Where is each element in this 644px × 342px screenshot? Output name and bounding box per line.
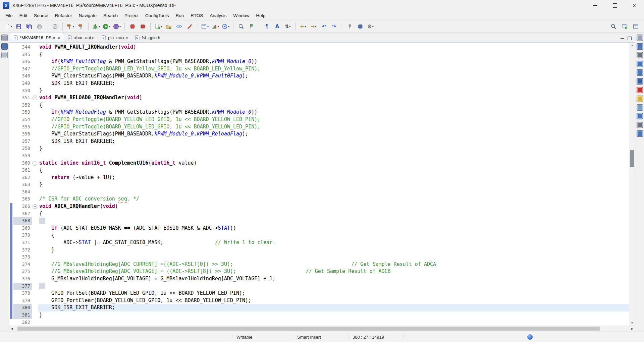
- code-line[interactable]: }: [38, 181, 629, 188]
- tab-mkv46f16psc[interactable]: c*MKV46F16_PS.c×: [10, 33, 64, 42]
- code-line[interactable]: [38, 319, 629, 326]
- menu-edit[interactable]: Edit: [16, 11, 31, 20]
- ide-utilities-button[interactable]: [184, 22, 195, 31]
- line-number[interactable]: 375: [13, 268, 32, 275]
- horizontal-scrollbar[interactable]: ◀ ▶: [9, 326, 635, 332]
- menu-window[interactable]: Window: [230, 11, 253, 20]
- line-number[interactable]: 381: [13, 311, 32, 319]
- code-line[interactable]: {: [38, 210, 629, 218]
- line-number[interactable]: 366: [13, 203, 32, 210]
- dropdown-arrow-icon[interactable]: ▾: [289, 25, 290, 28]
- dropdown-arrow-icon[interactable]: ▾: [372, 25, 374, 28]
- faults-view-min-icon[interactable]: [637, 87, 643, 93]
- sort-members-button[interactable]: ⇅▾: [282, 22, 293, 31]
- skip-all-breakpoints-button[interactable]: [50, 22, 60, 31]
- line-number[interactable]: 368: [13, 217, 32, 225]
- tab-fslgpioh[interactable]: hfsl_gpio.h: [131, 33, 164, 42]
- peripherals-view-min-icon[interactable]: [637, 96, 643, 102]
- maximize-editor-button[interactable]: [628, 37, 632, 40]
- code-line[interactable]: {: [38, 102, 629, 109]
- code-line[interactable]: //G_MBslave1HoldingReg[ADC_CURRENT] =((A…: [38, 261, 629, 268]
- pin-editor-button[interactable]: [344, 22, 355, 31]
- maximize-window-button[interactable]: [605, 0, 625, 11]
- terminate-button[interactable]: [127, 22, 138, 31]
- code-line[interactable]: return (~value + 1U);: [38, 174, 629, 181]
- line-number[interactable]: 371: [13, 239, 32, 246]
- code-line[interactable]: }: [38, 311, 629, 319]
- code-line[interactable]: GPIO_PortSet(BOARD_YELLOW_LED_GPIO, 1u <…: [38, 290, 629, 297]
- code-line[interactable]: if(kPWM_Fault0Flag & PWM_GetStatusFlags(…: [38, 58, 629, 65]
- format-source-button[interactable]: A: [272, 22, 282, 31]
- save-all-button[interactable]: [24, 22, 34, 31]
- dropdown-arrow-icon[interactable]: ▾: [73, 25, 74, 28]
- show-whitespace-button[interactable]: ¶: [262, 22, 272, 31]
- line-number[interactable]: 352: [13, 102, 32, 109]
- link-with-editor-button[interactable]: [174, 22, 184, 31]
- line-number[interactable]: 367: [13, 210, 32, 218]
- code-line[interactable]: static inline uint16_t ComplementU16(uin…: [38, 160, 629, 167]
- line-number[interactable]: 348: [13, 72, 32, 80]
- code-line[interactable]: PWM_ClearStatusFlags(PWM_BASEADDR,kPWM_M…: [38, 130, 629, 138]
- line-number[interactable]: 354: [13, 116, 32, 123]
- new-source-file-button[interactable]: ▾: [153, 22, 163, 31]
- build-all-button[interactable]: [75, 22, 86, 31]
- code-line[interactable]: GPIO_PortClear(BOARD_YELLOW_LED_GPIO, 1u…: [38, 297, 629, 304]
- close-tab-icon[interactable]: ×: [58, 36, 60, 40]
- line-number[interactable]: 346: [13, 58, 32, 65]
- forward-button[interactable]: →▾: [308, 22, 319, 31]
- menu-help[interactable]: Help: [253, 11, 269, 20]
- line-number[interactable]: 370: [13, 232, 32, 239]
- analysis-tools-button[interactable]: ▾: [210, 22, 220, 31]
- line-number[interactable]: 359: [13, 152, 32, 160]
- save-button[interactable]: [13, 22, 24, 31]
- back-button[interactable]: ←▾: [298, 22, 308, 31]
- line-number[interactable]: 374: [13, 261, 32, 268]
- minimize-window-button[interactable]: [586, 0, 605, 11]
- fold-marker-icon[interactable]: −: [33, 161, 37, 166]
- line-number[interactable]: 377: [13, 283, 32, 290]
- dropdown-arrow-icon[interactable]: ▾: [228, 25, 229, 28]
- search-button[interactable]: [236, 22, 246, 31]
- line-number[interactable]: 363: [13, 181, 32, 188]
- open-element-button[interactable]: ▾: [200, 22, 210, 31]
- line-number[interactable]: 345: [13, 51, 32, 58]
- line-number[interactable]: 350: [13, 87, 32, 95]
- fold-marker-icon[interactable]: −: [33, 96, 37, 100]
- print-button[interactable]: [34, 22, 45, 31]
- tab-pinmuxc[interactable]: cpin_mux.c: [98, 33, 131, 42]
- line-number[interactable]: 351: [13, 94, 32, 102]
- tab-xbaraoic[interactable]: cxbar_aoi.c: [64, 33, 98, 42]
- line-number[interactable]: 378: [13, 290, 32, 297]
- code-line[interactable]: //G_MBslave1HoldingReg[ADC_VOLTAGE] = ((…: [38, 268, 629, 275]
- menu-rtos[interactable]: RTOS: [187, 11, 206, 20]
- registers-view-min-icon[interactable]: [637, 78, 643, 84]
- code-line[interactable]: }: [38, 246, 629, 254]
- line-number[interactable]: 379: [13, 297, 32, 304]
- line-number[interactable]: 349: [13, 80, 32, 87]
- outline-view-min-icon[interactable]: [637, 43, 643, 50]
- code-line[interactable]: G_MBslave1HoldingReg[ADC_VOLTAGE] = G_MB…: [38, 275, 629, 283]
- line-number[interactable]: 357: [13, 138, 32, 145]
- trace-button[interactable]: ▾: [220, 22, 231, 31]
- develop-perspective-button[interactable]: [630, 22, 641, 31]
- vertical-scroll-thumb[interactable]: [630, 150, 634, 167]
- undo-button[interactable]: ↶: [319, 22, 329, 31]
- minimize-editor-button[interactable]: [621, 38, 624, 39]
- line-number[interactable]: 376: [13, 275, 32, 283]
- redo-button[interactable]: ↷: [329, 22, 339, 31]
- scroll-right-button[interactable]: ▶: [630, 326, 635, 331]
- code-line[interactable]: PWM_ClearStatusFlags(PWM_BASEADDR,kPWM_M…: [38, 72, 629, 80]
- code-line[interactable]: if (ADC_STAT_EOSI0_MASK == (ADC_STAT_EOS…: [38, 225, 629, 232]
- menu-run[interactable]: Run: [172, 11, 187, 20]
- scroll-left-button[interactable]: ◀: [9, 326, 14, 331]
- close-window-button[interactable]: ×: [625, 0, 644, 11]
- vertical-scrollbar[interactable]: ▲ ▼: [629, 43, 635, 326]
- code-line[interactable]: }: [38, 87, 629, 95]
- line-number[interactable]: 373: [13, 253, 32, 261]
- line-number[interactable]: 353: [13, 109, 32, 116]
- menu-configtools[interactable]: ConfigTools: [142, 11, 172, 20]
- dropdown-arrow-icon[interactable]: ▾: [207, 25, 209, 28]
- code-line[interactable]: [38, 152, 629, 160]
- code-line[interactable]: void PWMA_RELOAD0_IRQHandler(void): [38, 94, 629, 102]
- terminal-view-min-icon[interactable]: [637, 52, 643, 58]
